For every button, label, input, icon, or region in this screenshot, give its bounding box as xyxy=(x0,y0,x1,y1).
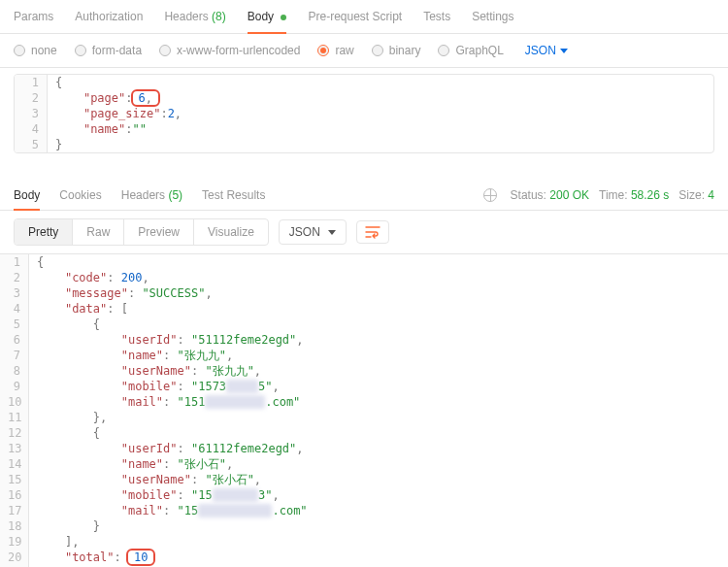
gutter: 5 xyxy=(15,137,48,152)
view-raw[interactable]: Raw xyxy=(73,219,124,245)
req-page-val: 6 xyxy=(139,91,146,105)
view-mode-segment: Pretty Raw Preview Visualize xyxy=(14,218,269,246)
resp-u1-name: "张九九" xyxy=(178,349,226,362)
radio-raw[interactable]: raw xyxy=(317,44,353,57)
resp-u2-userName: "张小石" xyxy=(205,473,253,486)
tab-headers-count: (8) xyxy=(212,10,226,23)
resp-userId-key: "userId" xyxy=(121,333,178,347)
gutter: 3 xyxy=(0,285,29,301)
radio-graphql-label: GraphQL xyxy=(455,44,503,57)
resp-message-val: "SUCCESS" xyxy=(142,286,205,300)
gutter: 19 xyxy=(0,534,29,550)
tab-headers-label: Headers xyxy=(164,10,208,23)
resp-u2-mobile-b: 3" xyxy=(258,488,272,502)
dirty-dot-icon xyxy=(281,15,286,20)
masked-text: xxxxxx xyxy=(213,488,258,502)
resp-u1-mobile-b: 5" xyxy=(258,380,272,393)
response-status: Status: 200 OK Time: 58.26 s Size: 4 xyxy=(483,188,714,202)
response-toolbar: Pretty Raw Preview Visualize JSON xyxy=(0,211,728,253)
chevron-down-icon xyxy=(560,49,568,53)
request-body-editor[interactable]: 1{ 2 "page":6, 3 "page_size":2, 4 "name"… xyxy=(14,74,714,153)
radio-form-data[interactable]: form-data xyxy=(75,44,142,57)
resp-mobile-key: "mobile" xyxy=(121,380,178,393)
gutter: 11 xyxy=(0,410,29,425)
resp-message-key: "message" xyxy=(65,286,128,300)
resp-u2-mail-b: .com" xyxy=(272,504,307,517)
radio-form-data-label: form-data xyxy=(92,44,142,57)
radio-urlencoded[interactable]: x-www-form-urlencoded xyxy=(159,44,300,57)
gutter: 13 xyxy=(0,441,29,456)
wrap-lines-button[interactable] xyxy=(356,220,389,244)
response-format-select[interactable]: JSON xyxy=(279,219,347,245)
resp-tab-testresults[interactable]: Test Results xyxy=(202,188,265,202)
req-page-key: "page" xyxy=(83,91,125,105)
body-type-row: none form-data x-www-form-urlencoded raw… xyxy=(0,34,728,68)
content-type-label: JSON xyxy=(525,44,556,57)
gutter: 20 xyxy=(0,550,29,565)
tab-params[interactable]: Params xyxy=(14,10,53,23)
resp-u2-mail-a: "15 xyxy=(178,504,199,517)
gutter: 4 xyxy=(0,301,29,317)
tab-prerequest[interactable]: Pre-request Script xyxy=(308,10,402,23)
req-pagesize-key: "page_size" xyxy=(83,107,160,120)
resp-userName-key: "userName" xyxy=(121,473,191,486)
gutter: 17 xyxy=(0,503,29,518)
tab-tests[interactable]: Tests xyxy=(423,10,450,23)
view-pretty[interactable]: Pretty xyxy=(15,219,73,245)
resp-data-key: "data" xyxy=(65,302,107,316)
highlight-total-value: 10 xyxy=(126,549,155,566)
time-label: Time: xyxy=(599,188,628,202)
gutter: 9 xyxy=(0,379,29,394)
resp-u1-userId: "51112feme2egd" xyxy=(191,333,296,347)
resp-code-key: "code" xyxy=(65,271,107,284)
globe-icon[interactable] xyxy=(483,188,497,202)
content-type-select[interactable]: JSON xyxy=(525,44,568,57)
radio-binary-label: binary xyxy=(389,44,421,57)
chevron-down-icon xyxy=(328,230,336,235)
req-pagesize-val: 2 xyxy=(168,107,175,120)
tab-headers[interactable]: Headers (8) xyxy=(164,10,225,23)
response-body-viewer[interactable]: 1{ 2 "code": 200, 3 "message": "SUCCESS"… xyxy=(0,253,728,567)
radio-none-label: none xyxy=(31,44,57,57)
view-preview[interactable]: Preview xyxy=(124,219,194,245)
resp-total-key: "total" xyxy=(65,550,115,564)
tab-body[interactable]: Body xyxy=(248,10,287,23)
radio-binary[interactable]: binary xyxy=(372,44,421,57)
resp-tab-headers[interactable]: Headers (5) xyxy=(121,188,182,202)
gutter: 4 xyxy=(15,121,48,137)
gutter: 2 xyxy=(15,90,48,106)
radio-none[interactable]: none xyxy=(14,44,57,57)
resp-mobile-key: "mobile" xyxy=(121,488,178,502)
gutter: 7 xyxy=(0,348,29,363)
highlight-page-value: 6, xyxy=(131,89,160,107)
masked-text: xxxxxxxxxx xyxy=(198,504,272,517)
response-tabs: Body Cookies Headers (5) Test Results St… xyxy=(0,177,728,211)
resp-mail-key: "mail" xyxy=(121,504,163,517)
resp-u1-mobile-a: "1573 xyxy=(191,380,226,393)
status-value: 200 OK xyxy=(549,188,589,202)
size-label: Size: xyxy=(678,188,705,202)
resp-u2-userId: "61112feme2egd" xyxy=(191,442,296,455)
gutter: 6 xyxy=(0,332,29,348)
gutter: 1 xyxy=(15,75,48,90)
status-label: Status: xyxy=(511,188,546,202)
tab-authorization[interactable]: Authorization xyxy=(75,10,143,23)
gutter: 12 xyxy=(0,425,29,441)
request-tabs: Params Authorization Headers (8) Body Pr… xyxy=(0,0,728,34)
tab-body-label: Body xyxy=(248,10,274,23)
gutter: 3 xyxy=(15,106,48,121)
radio-urlencoded-label: x-www-form-urlencoded xyxy=(177,44,300,57)
resp-tab-cookies[interactable]: Cookies xyxy=(59,188,101,202)
response-format-label: JSON xyxy=(289,225,320,239)
resp-userName-key: "userName" xyxy=(121,364,191,378)
req-name-val: "" xyxy=(133,122,147,136)
radio-graphql[interactable]: GraphQL xyxy=(438,44,503,57)
resp-name-key: "name" xyxy=(121,349,163,362)
masked-text: xxxxxxxx xyxy=(205,395,265,409)
tab-settings[interactable]: Settings xyxy=(472,10,513,23)
gutter: 14 xyxy=(0,456,29,472)
resp-tab-body[interactable]: Body xyxy=(14,188,40,202)
view-visualize[interactable]: Visualize xyxy=(194,219,268,245)
resp-u2-name: "张小石" xyxy=(178,457,226,471)
size-value: 4 xyxy=(708,188,714,202)
